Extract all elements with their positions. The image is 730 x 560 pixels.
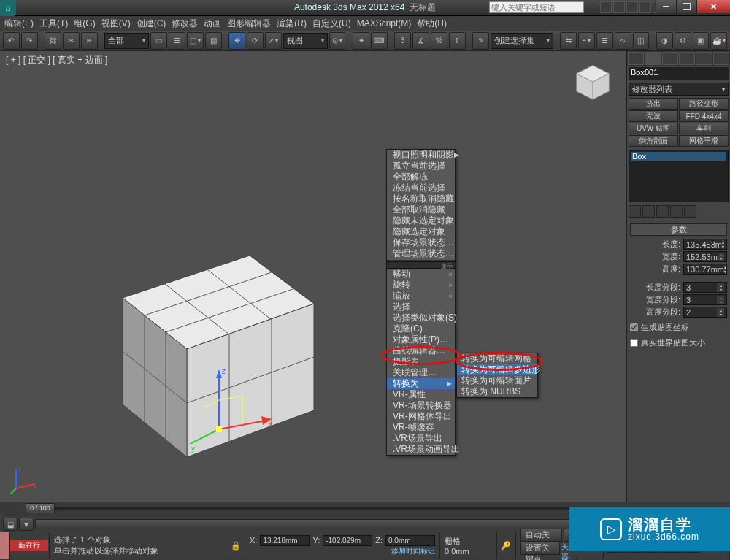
align-button[interactable]: ≡ [578,32,595,50]
snap-toggle-3-button[interactable]: 3 [394,32,411,50]
schematic-view-button[interactable]: ◫ [633,32,650,50]
named-selection-combo[interactable]: 创建选择集 [491,33,553,49]
rendered-frame-button[interactable]: ▣ [693,32,710,50]
favorites-icon[interactable] [639,1,651,13]
redo-button[interactable]: ↷ [21,32,38,50]
ctx-item[interactable]: 按名称取消隐藏 [387,193,455,204]
z-coord-input[interactable] [385,535,435,546]
render-setup-button[interactable]: ⚙ [675,32,691,50]
ctx-item[interactable]: VR-网格体导出 [387,411,455,422]
select-object-button[interactable]: ▭ [150,32,167,50]
percent-snap-button[interactable]: % [431,32,447,50]
ctx-item[interactable]: VR-帧缓存 [387,422,455,433]
gen-map-coords-checkbox[interactable]: 生成贴图坐标 [630,322,727,333]
y-coord-input[interactable] [323,535,372,546]
ctx-item[interactable]: 选择类似对象(S) [387,312,455,323]
length-spinner[interactable]: 135.453m▴▾ [683,239,727,250]
menu-grapheditors[interactable]: 图形编辑器 [227,18,271,30]
ctx-item[interactable]: .VR场景导出 [387,433,455,444]
menu-rendering[interactable]: 渲染(R) [277,18,307,30]
hseg-spinner[interactable]: 2▴▾ [683,307,727,318]
isolate-button[interactable]: 🔑 [497,532,516,559]
ctx-item[interactable]: 关联管理… [387,367,455,378]
width-spinner[interactable]: 152.53m▴▾ [683,251,727,262]
x-coord-input[interactable] [260,535,310,546]
tab-create[interactable] [628,52,644,65]
mod-button[interactable]: 挤出 [629,98,678,110]
menu-help[interactable]: 帮助(H) [417,18,447,30]
bind-spacewarp-button[interactable]: ≋ [81,32,98,50]
curve-editor-button[interactable]: ∿ [615,32,631,50]
stack-item-box[interactable]: Box [631,152,726,161]
ctx-item[interactable]: 全部取消隐藏 [387,204,455,215]
tab-utilities[interactable] [713,52,729,65]
ctx-item[interactable]: 隐藏未选定对象 [387,215,455,226]
configure-sets-button[interactable] [684,205,696,218]
link-button[interactable]: ⛓ [45,32,61,50]
menu-group[interactable]: 组(G) [74,18,95,30]
ctx-item[interactable]: 移动■ [387,269,455,280]
ctx-sub-item[interactable]: 转换为可编辑面片 [457,375,537,386]
ctx-item[interactable]: 冻结当前选择 [387,183,455,193]
pin-stack-button[interactable] [629,205,641,218]
ctx-item[interactable]: 对象属性(P)… [387,334,455,345]
menu-maxscript[interactable]: MAXScript(M) [357,18,412,28]
set-key-button[interactable]: 设置关键点 [520,542,560,555]
auto-key-button[interactable]: 自动关键点 [520,529,562,542]
object-box001[interactable] [80,219,321,467]
quad-context-menu[interactable]: 视口照明和阴影▶孤立当前选择全部解冻冻结当前选择按名称取消隐藏全部取消隐藏隐藏未… [386,149,456,456]
subscription-icon[interactable] [613,1,625,13]
height-spinner[interactable]: 130.77mm▴▾ [683,264,727,275]
window-close-button[interactable]: ✕ [696,0,730,13]
select-region-button[interactable]: ◫ [187,32,204,50]
viewport-label[interactable]: [ + ] [ 正交 ] [ 真实 + 边面 ] [6,54,107,66]
mod-button[interactable]: 车削 [679,123,729,134]
select-scale-button[interactable]: ⤢ [265,32,282,50]
time-slider-thumb[interactable]: 0 / 100 [26,503,55,513]
menu-tools[interactable]: 工具(T) [39,18,68,30]
make-unique-button[interactable] [656,205,669,218]
select-rotate-button[interactable]: ⟳ [247,32,264,50]
ctx-sub-item[interactable]: 转换为 NURBS [457,386,537,397]
help-search-input[interactable] [489,1,584,13]
window-crossing-button[interactable]: ▧ [205,32,222,50]
material-editor-button[interactable]: ◑ [656,32,673,50]
manipulator-button[interactable]: ✦ [353,32,369,50]
rollout-params-header[interactable]: 参数 [630,223,727,236]
ctx-item[interactable]: .VR场景动画导出 [387,444,455,455]
keyboard-shortcut-button[interactable]: ⌨ [371,32,388,50]
lock-selection-button[interactable]: 🔒 [226,532,245,559]
remove-modifier-button[interactable] [670,205,683,218]
mod-button[interactable]: 路径变形 [679,98,729,110]
ctx-item[interactable]: 选择 [387,302,455,312]
window-maximize-button[interactable] [676,0,696,13]
tab-modify[interactable] [645,52,661,65]
spinner-snap-button[interactable]: ⇕ [449,32,466,50]
maxscript-mini-listener[interactable] [0,532,10,559]
ctx-item[interactable]: VR-场景转换器 [387,400,455,411]
object-name-field[interactable]: Box001 [629,67,729,80]
window-minimize-button[interactable] [656,0,676,13]
tab-motion[interactable] [679,52,695,65]
ctx-item[interactable]: VR-属性 [387,389,455,400]
mirror-button[interactable]: ⇋ [560,32,577,50]
search-icon[interactable] [600,1,612,13]
menu-customize[interactable]: 自定义(U) [312,18,351,30]
menu-animation[interactable]: 动画 [204,18,221,30]
undo-button[interactable]: ↶ [3,32,20,50]
mod-button[interactable]: 倒角剖面 [629,135,678,147]
ctx-item[interactable]: 保存场景状态… [387,237,455,248]
wseg-spinner[interactable]: 3▴▾ [683,294,727,305]
mod-button[interactable]: FFD 4x4x4 [679,110,729,122]
menu-modifiers[interactable]: 修改器 [172,18,198,30]
layer-manager-button[interactable]: ☰ [596,32,613,50]
exchange-icon[interactable] [626,1,638,13]
unlink-button[interactable]: ✂ [63,32,80,50]
lseg-spinner[interactable]: 3▴▾ [683,282,727,293]
ref-coord-combo[interactable]: 视图 [283,33,328,49]
ctx-item[interactable]: 转换为▶ [387,378,455,389]
mod-button[interactable]: UVW 贴图 [629,123,678,134]
add-time-tag-link[interactable]: 添加时间标记 [391,546,435,556]
menu-create[interactable]: 创建(C) [137,18,166,30]
modifier-list-combo[interactable]: 修改器列表 [629,83,729,96]
